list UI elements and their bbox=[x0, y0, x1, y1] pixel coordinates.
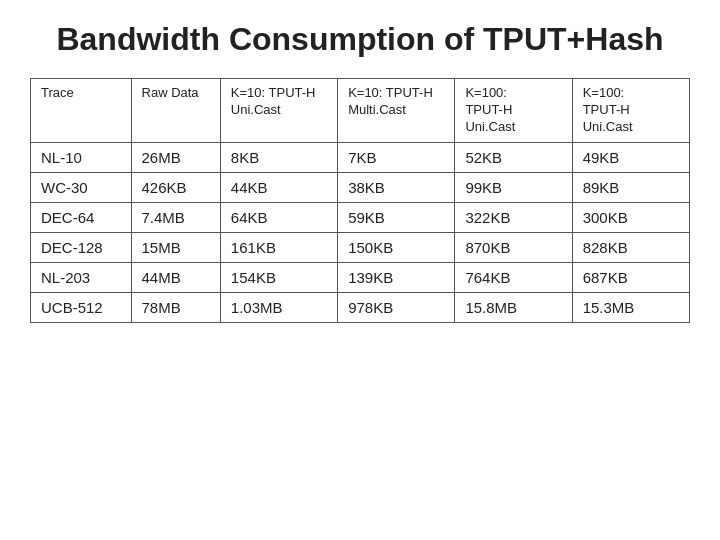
col-header-k10-unicast: K=10: TPUT-HUni.Cast bbox=[220, 79, 337, 143]
table-cell: 150KB bbox=[338, 233, 455, 263]
table-cell: 300KB bbox=[572, 203, 689, 233]
table-cell: 15.8MB bbox=[455, 293, 572, 323]
table-cell: DEC-128 bbox=[31, 233, 132, 263]
table-cell: 99KB bbox=[455, 173, 572, 203]
table-cell: NL-203 bbox=[31, 263, 132, 293]
table-cell: UCB-512 bbox=[31, 293, 132, 323]
table-cell: 59KB bbox=[338, 203, 455, 233]
table-row: DEC-647.4MB64KB59KB322KB300KB bbox=[31, 203, 690, 233]
table-cell: 978KB bbox=[338, 293, 455, 323]
table-cell: 38KB bbox=[338, 173, 455, 203]
table-row: DEC-12815MB161KB150KB870KB828KB bbox=[31, 233, 690, 263]
bandwidth-table: Trace Raw Data K=10: TPUT-HUni.Cast K=10… bbox=[30, 78, 690, 323]
table-cell: 764KB bbox=[455, 263, 572, 293]
col-header-k100-unicast1: K=100:TPUT-HUni.Cast bbox=[455, 79, 572, 143]
table-cell: 1.03MB bbox=[220, 293, 337, 323]
table-cell: 7KB bbox=[338, 143, 455, 173]
table-row: UCB-51278MB1.03MB978KB15.8MB15.3MB bbox=[31, 293, 690, 323]
table-cell: 8KB bbox=[220, 143, 337, 173]
table-cell: 828KB bbox=[572, 233, 689, 263]
table-cell: 426KB bbox=[131, 173, 220, 203]
table-cell: 64KB bbox=[220, 203, 337, 233]
table-row: WC-30426KB44KB38KB99KB89KB bbox=[31, 173, 690, 203]
table-cell: 7.4MB bbox=[131, 203, 220, 233]
col-header-k10-multicast: K=10: TPUT-HMulti.Cast bbox=[338, 79, 455, 143]
table-cell: DEC-64 bbox=[31, 203, 132, 233]
table-row: NL-20344MB154KB139KB764KB687KB bbox=[31, 263, 690, 293]
table-cell: 870KB bbox=[455, 233, 572, 263]
table-cell: 154KB bbox=[220, 263, 337, 293]
table-cell: 15.3MB bbox=[572, 293, 689, 323]
table-cell: 15MB bbox=[131, 233, 220, 263]
table-cell: 78MB bbox=[131, 293, 220, 323]
col-header-trace: Trace bbox=[31, 79, 132, 143]
page-title: Bandwidth Consumption of TPUT+Hash bbox=[56, 20, 663, 58]
table-cell: 161KB bbox=[220, 233, 337, 263]
table-cell: NL-10 bbox=[31, 143, 132, 173]
table-row: NL-1026MB8KB7KB52KB49KB bbox=[31, 143, 690, 173]
table-cell: 49KB bbox=[572, 143, 689, 173]
col-header-k100-unicast2: K=100:TPUT-HUni.Cast bbox=[572, 79, 689, 143]
table-cell: 44MB bbox=[131, 263, 220, 293]
table-cell: 322KB bbox=[455, 203, 572, 233]
table-cell: 44KB bbox=[220, 173, 337, 203]
col-header-raw-data: Raw Data bbox=[131, 79, 220, 143]
table-cell: 89KB bbox=[572, 173, 689, 203]
table-cell: 52KB bbox=[455, 143, 572, 173]
table-cell: 139KB bbox=[338, 263, 455, 293]
table-cell: 687KB bbox=[572, 263, 689, 293]
table-cell: 26MB bbox=[131, 143, 220, 173]
table-cell: WC-30 bbox=[31, 173, 132, 203]
